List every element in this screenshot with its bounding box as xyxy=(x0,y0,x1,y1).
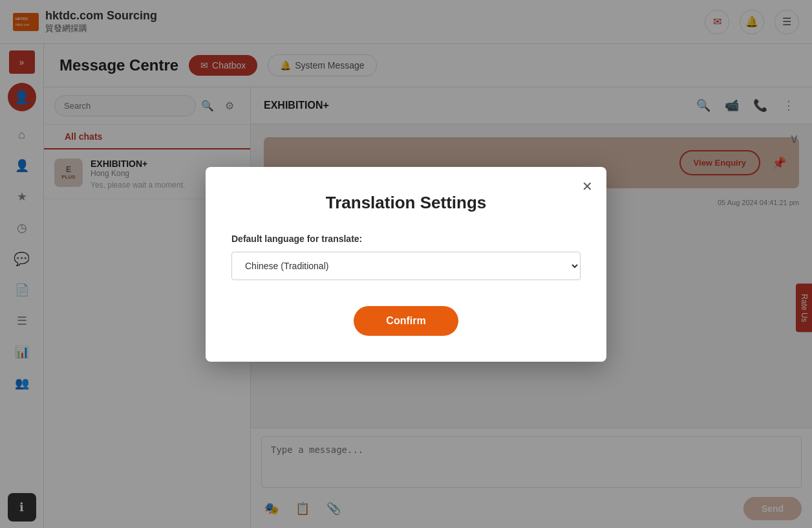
modal-overlay: ✕ Translation Settings Default language … xyxy=(0,0,812,528)
modal-language-label: Default language for translate: xyxy=(231,234,581,244)
translation-settings-modal: ✕ Translation Settings Default language … xyxy=(206,167,606,362)
language-select[interactable]: Chinese (Traditional) Chinese (Simplifie… xyxy=(231,252,581,280)
modal-title: Translation Settings xyxy=(231,193,581,213)
modal-close-button[interactable]: ✕ xyxy=(578,177,596,195)
confirm-button[interactable]: Confirm xyxy=(354,306,458,336)
close-icon: ✕ xyxy=(582,179,593,194)
confirm-label: Confirm xyxy=(386,315,425,326)
